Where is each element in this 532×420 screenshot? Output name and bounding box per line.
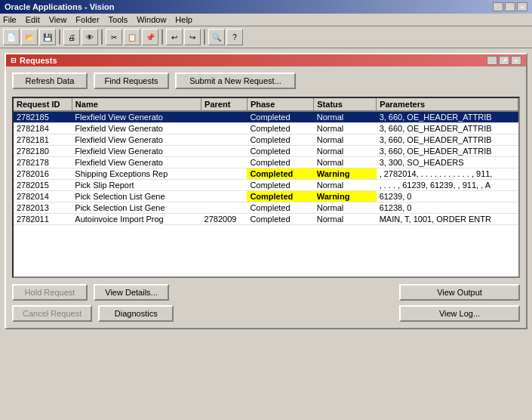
table-cell-3: Completed bbox=[247, 180, 313, 191]
table-cell-0: 2782180 bbox=[14, 146, 72, 157]
requests-content: Refresh Data Find Requests Submit a New … bbox=[6, 66, 526, 328]
table-row[interactable]: 2782013Pick Selection List GeneCompleted… bbox=[14, 202, 518, 214]
table-cell-0: 2782011 bbox=[14, 214, 72, 225]
table-cell-0: 2782014 bbox=[14, 191, 72, 202]
toolbar-find[interactable]: 🔍 bbox=[208, 29, 225, 45]
menu-tools[interactable]: Tools bbox=[109, 15, 128, 24]
table-cell-3: Completed bbox=[247, 168, 313, 180]
table-cell-1: Autoinvoice Import Prog bbox=[72, 214, 201, 225]
table-cell-4: Normal bbox=[314, 180, 377, 191]
toolbar-print[interactable]: 🖨 bbox=[63, 29, 80, 45]
toolbar-redo[interactable]: ↪ bbox=[184, 29, 201, 45]
col-header-phase: Phase bbox=[247, 98, 313, 111]
table-row[interactable]: 2782184Flexfield View GeneratoCompletedN… bbox=[14, 123, 518, 134]
table-row[interactable]: 2782185Flexfield View GeneratoCompletedN… bbox=[14, 111, 518, 123]
table-row[interactable]: 2782016Shipping Exceptions RepCompletedW… bbox=[14, 168, 518, 180]
requests-restore[interactable]: ↗ bbox=[499, 56, 509, 65]
requests-window-title: Requests bbox=[20, 56, 57, 65]
button-row-2: Cancel Request Diagnostics View Log... bbox=[12, 305, 520, 322]
table-cell-1: Flexfield View Generato bbox=[72, 134, 201, 146]
top-buttons: Refresh Data Find Requests Submit a New … bbox=[12, 73, 520, 89]
title-bar: Oracle Applications - Vision _ □ × bbox=[0, 0, 532, 14]
requests-table-container: Request ID Name Parent Phase Status Para… bbox=[12, 97, 520, 278]
table-cell-4: Normal bbox=[314, 202, 377, 214]
toolbar-preview[interactable]: 👁 bbox=[81, 29, 98, 45]
toolbar-sep2 bbox=[101, 29, 103, 45]
toolbar-open[interactable]: 📂 bbox=[21, 29, 38, 45]
menu-view[interactable]: View bbox=[49, 15, 67, 24]
toolbar-save[interactable]: 💾 bbox=[39, 29, 56, 45]
table-row[interactable]: 2782181Flexfield View GeneratoCompletedN… bbox=[14, 134, 518, 146]
submit-button[interactable]: Submit a New Request... bbox=[175, 73, 296, 89]
table-cell-1: Pick Selection List Gene bbox=[72, 191, 201, 202]
view-details-button[interactable]: View Details... bbox=[94, 284, 169, 301]
table-cell-2 bbox=[201, 202, 248, 214]
table-cell-4: Normal bbox=[314, 214, 377, 225]
toolbar-cut[interactable]: ✂ bbox=[106, 29, 122, 45]
requests-win-controls[interactable]: _ ↗ × bbox=[487, 56, 521, 65]
menu-bar: File Edit View Folder Tools Window Help bbox=[0, 14, 532, 26]
table-cell-0: 2782185 bbox=[14, 111, 72, 123]
table-cell-1: Pick Selection List Gene bbox=[72, 202, 201, 214]
cancel-button[interactable]: Cancel Request bbox=[12, 305, 92, 322]
table-cell-5: 61239, 0 bbox=[377, 191, 518, 202]
table-cell-4: Normal bbox=[314, 123, 377, 134]
table-cell-0: 2782184 bbox=[14, 123, 72, 134]
table-row[interactable]: 2782014Pick Selection List GeneCompleted… bbox=[14, 191, 518, 202]
table-cell-4: Normal bbox=[314, 157, 377, 168]
table-cell-4: Warning bbox=[314, 191, 377, 202]
minimize-btn[interactable]: _ bbox=[493, 2, 503, 11]
table-cell-3: Completed bbox=[247, 157, 313, 168]
table-cell-2 bbox=[201, 180, 248, 191]
col-header-status: Status bbox=[314, 98, 377, 111]
title-win-controls[interactable]: _ □ × bbox=[493, 2, 527, 11]
requests-icon: ⊟ bbox=[11, 57, 17, 64]
table-cell-5: 3, 660, OE_HEADER_ATTRIB bbox=[377, 111, 518, 123]
refresh-button[interactable]: Refresh Data bbox=[12, 73, 88, 89]
table-cell-1: Flexfield View Generato bbox=[72, 111, 201, 123]
table-cell-2 bbox=[201, 168, 248, 180]
menu-folder[interactable]: Folder bbox=[75, 15, 99, 24]
table-cell-5: 61238, 0 bbox=[377, 202, 518, 214]
toolbar-help[interactable]: ? bbox=[226, 29, 243, 45]
table-cell-3: Completed bbox=[247, 202, 313, 214]
table-cell-4: Normal bbox=[314, 134, 377, 146]
requests-minimize[interactable]: _ bbox=[487, 56, 497, 65]
table-row[interactable]: 2782011Autoinvoice Import Prog2782009Com… bbox=[14, 214, 518, 225]
table-cell-2 bbox=[201, 111, 248, 123]
table-row[interactable]: 2782180Flexfield View GeneratoCompletedN… bbox=[14, 146, 518, 157]
requests-close[interactable]: × bbox=[511, 56, 521, 65]
toolbar-sep4 bbox=[204, 29, 205, 45]
table-cell-0: 2782178 bbox=[14, 157, 72, 168]
table-cell-5: 3, 660, OE_HEADER_ATTRIB bbox=[377, 146, 518, 157]
find-button[interactable]: Find Requests bbox=[94, 73, 169, 89]
toolbar-new[interactable]: 📄 bbox=[3, 29, 20, 45]
table-cell-5: 3, 660, OE_HEADER_ATTRIB bbox=[377, 134, 518, 146]
table-row[interactable]: 2782015Pick Slip ReportCompletedNormal, … bbox=[14, 180, 518, 191]
table-cell-1: Shipping Exceptions Rep bbox=[72, 168, 201, 180]
table-cell-0: 2782181 bbox=[14, 134, 72, 146]
toolbar-paste[interactable]: 📌 bbox=[142, 29, 158, 45]
view-output-button[interactable]: View Output bbox=[399, 284, 520, 301]
requests-table: Request ID Name Parent Phase Status Para… bbox=[14, 98, 518, 225]
table-cell-1: Flexfield View Generato bbox=[72, 146, 201, 157]
toolbar-copy[interactable]: 📋 bbox=[124, 29, 140, 45]
view-log-button[interactable]: View Log... bbox=[399, 305, 520, 322]
table-cell-4: Normal bbox=[314, 146, 377, 157]
toolbar: 📄 📂 💾 🖨 👁 ✂ 📋 📌 ↩ ↪ 🔍 ? bbox=[0, 26, 532, 48]
table-cell-0: 2782013 bbox=[14, 202, 72, 214]
hold-button[interactable]: Hold Request bbox=[12, 284, 88, 301]
close-btn[interactable]: × bbox=[517, 2, 527, 11]
table-row[interactable]: 2782178Flexfield View GeneratoCompletedN… bbox=[14, 157, 518, 168]
col-header-params: Parameters bbox=[377, 98, 518, 111]
menu-window[interactable]: Window bbox=[137, 15, 166, 24]
diagnostics-button[interactable]: Diagnostics bbox=[98, 305, 174, 322]
menu-help[interactable]: Help bbox=[175, 15, 192, 24]
toolbar-undo[interactable]: ↩ bbox=[166, 29, 183, 45]
table-cell-3: Completed bbox=[247, 134, 313, 146]
table-cell-0: 2782015 bbox=[14, 180, 72, 191]
maximize-btn[interactable]: □ bbox=[505, 2, 515, 11]
menu-edit[interactable]: Edit bbox=[26, 15, 40, 24]
menu-file[interactable]: File bbox=[3, 15, 17, 24]
table-cell-5: 3, 300, SO_HEADERS bbox=[377, 157, 518, 168]
